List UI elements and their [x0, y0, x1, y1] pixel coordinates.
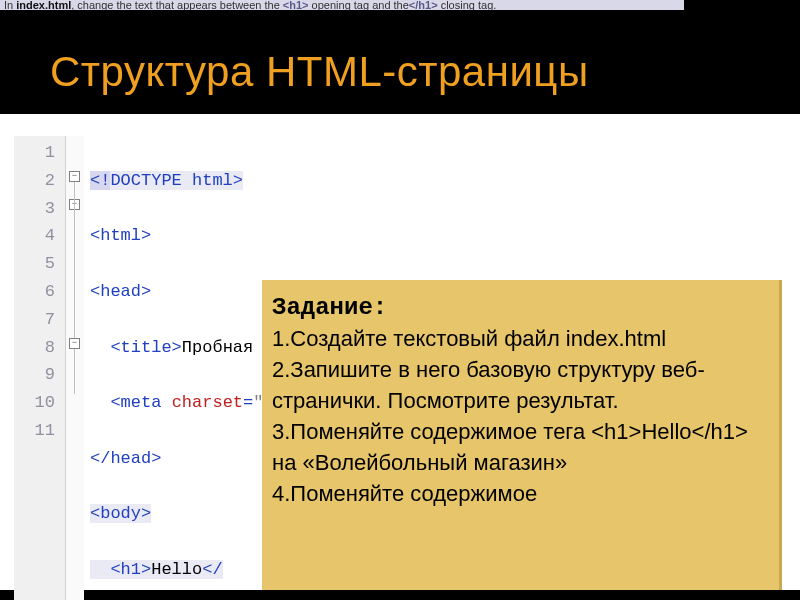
task-panel: Задание: 1.Создайте текстовый файл index… — [262, 280, 782, 590]
line-number-gutter: 1 2 3 4 5 6 7 8 9 10 11 — [14, 136, 66, 600]
task-item: 2.Запишите в него базовую структуру веб-… — [272, 354, 765, 416]
hint-tag: </h1> — [409, 0, 438, 10]
code-line: <!DOCTYPE html> — [90, 167, 437, 195]
slide-header: Структура HTML-страницы — [0, 10, 800, 114]
code-line: <html> — [90, 222, 437, 250]
task-item: 3.Поменяйте содержимое тега <h1>Hello</h… — [272, 416, 765, 478]
line-number: 5 — [22, 250, 55, 278]
line-number: 9 — [22, 361, 55, 389]
fold-toggle-icon[interactable]: − — [69, 171, 80, 182]
line-number: 1 — [22, 139, 55, 167]
hint-filename: index.html — [16, 0, 71, 10]
fold-toggle-icon[interactable]: − — [69, 338, 80, 349]
task-item: 4.Поменяйте содержимое — [272, 478, 765, 509]
fold-line — [74, 182, 75, 394]
line-number: 7 — [22, 306, 55, 334]
task-item: 1.Создайте текстовый файл index.html — [272, 323, 765, 354]
hint-text: closing tag. — [438, 0, 497, 10]
fold-column: − − − — [66, 136, 84, 600]
content-area: 1 2 3 4 5 6 7 8 9 10 11 − − − <!DOCTYPE … — [0, 114, 800, 590]
instruction-strip: In index.html, change the text that appe… — [0, 0, 684, 10]
hint-text: , change the text that appears between t… — [71, 0, 283, 10]
line-number: 8 — [22, 334, 55, 362]
line-number: 10 — [22, 389, 55, 417]
hint-text: In — [4, 0, 16, 10]
line-number: 4 — [22, 222, 55, 250]
task-title: Задание: — [272, 292, 765, 323]
hint-text: opening tag and the — [309, 0, 409, 10]
line-number: 11 — [22, 417, 55, 445]
line-number: 2 — [22, 167, 55, 195]
hint-tag: <h1> — [283, 0, 309, 10]
line-number: 6 — [22, 278, 55, 306]
slide-title: Структура HTML-страницы — [50, 48, 750, 96]
line-number: 3 — [22, 195, 55, 223]
